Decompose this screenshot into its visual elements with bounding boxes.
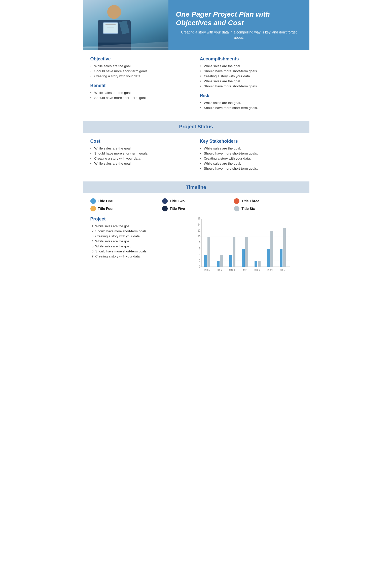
timeline-section: Title One Title Two Title Three Title Fo… [83, 193, 309, 282]
chart-area: 0 2 4 6 8 10 12 14 16 [182, 216, 302, 277]
objective-item-1: While sales are the goal. [90, 64, 192, 68]
cost-item-1: While sales are the goal. [90, 146, 192, 150]
legend-grid: Title One Title Two Title Three Title Fo… [90, 198, 302, 211]
stakeholders-column: Key Stakeholders While sales are the goa… [200, 139, 302, 175]
legend-item-4: Title Four [90, 206, 158, 211]
benefit-list: While sales are the goal. Should have mo… [90, 91, 192, 100]
stake-item-3: Creating a story with your data. [200, 157, 302, 160]
legend-item-6: Title Six [234, 206, 302, 211]
benefit-block: Benefit While sales are the goal. Should… [90, 83, 192, 100]
legend-label-4: Title Four [98, 207, 114, 211]
legend-item-2: Title Two [162, 198, 230, 204]
stake-item-5: Should have more short-term goals. [200, 167, 302, 170]
risk-block: Risk While sales are the goal. Should ha… [200, 93, 302, 110]
header-subtitle: Creating a story with your data in a com… [176, 30, 302, 40]
project-item-2: Should have more short-term goals. [95, 229, 176, 233]
svg-text:4: 4 [199, 253, 200, 256]
cost-item-4: While sales are the goal. [90, 162, 192, 165]
objective-item-3: Creating a story with your data. [90, 74, 192, 78]
cost-column: Cost While sales are the goal. Should ha… [90, 139, 192, 175]
svg-text:2: 2 [199, 259, 200, 262]
acc-item-4: While sales are the goal. [200, 79, 302, 83]
header-image [83, 0, 168, 50]
svg-text:Title 5: Title 5 [254, 269, 260, 271]
bar-7-2 [283, 228, 286, 267]
bar-4-2 [245, 237, 248, 267]
legend-dot-2 [162, 198, 168, 204]
svg-text:14: 14 [197, 223, 200, 226]
project-item-1: While sales are the goal. [95, 224, 176, 228]
project-ordered-list: While sales are the goal. Should have mo… [90, 224, 176, 258]
project-item-6: Should have more short-term goals. [95, 249, 176, 253]
bar-6-2 [270, 231, 273, 267]
legend-label-5: Title Five [170, 207, 185, 211]
legend-label-6: Title Six [241, 207, 255, 211]
legend-label-3: Title Three [241, 199, 259, 203]
risk-item-2: Should have more short-term goals. [200, 106, 302, 110]
legend-label-2: Title Two [170, 199, 185, 203]
bar-3-1 [229, 255, 232, 267]
benefit-title: Benefit [90, 83, 192, 88]
objective-item-2: Should have more short-term goals. [90, 69, 192, 73]
bar-4-1 [242, 249, 245, 267]
svg-text:Title 7: Title 7 [279, 269, 285, 271]
objective-accomplishments-section: Objective While sales are the goal. Shou… [83, 50, 309, 121]
bar-6-1 [267, 249, 270, 267]
chart-container: 0 2 4 6 8 10 12 14 16 [182, 216, 302, 277]
acc-item-2: Should have more short-term goals. [200, 69, 302, 73]
accomplishments-block: Accomplishments While sales are the goal… [200, 56, 302, 88]
objective-list: While sales are the goal. Should have mo… [90, 64, 192, 78]
risk-title: Risk [200, 93, 302, 98]
timeline-bottom: Project While sales are the goal. Should… [90, 216, 302, 277]
benefit-item-1: While sales are the goal. [90, 91, 192, 95]
cost-stakeholders-section: Cost While sales are the goal. Should ha… [83, 133, 309, 181]
legend-dot-5 [162, 206, 168, 211]
objective-title: Objective [90, 56, 192, 62]
svg-text:6: 6 [199, 247, 200, 250]
bar-chart: 0 2 4 6 8 10 12 14 16 [182, 216, 302, 277]
legend-dot-1 [90, 198, 96, 204]
svg-text:Title 1: Title 1 [203, 269, 209, 271]
accomplishments-list: While sales are the goal. Should have mo… [200, 64, 302, 88]
acc-item-3: Creating a story with your data. [200, 74, 302, 78]
svg-text:Title 4: Title 4 [241, 269, 247, 271]
bar-2-2 [220, 255, 223, 267]
bar-7-1 [280, 249, 282, 267]
stakeholders-title: Key Stakeholders [200, 139, 302, 144]
bar-1-1 [204, 255, 207, 267]
legend-label-1: Title One [98, 199, 113, 203]
cost-list: While sales are the goal. Should have mo… [90, 146, 192, 165]
project-title: Project [90, 216, 176, 222]
legend-item-3: Title Three [234, 198, 302, 204]
cost-title: Cost [90, 139, 192, 144]
cost-item-3: Creating a story with your data. [90, 157, 192, 160]
stake-item-2: Should have more short-term goals. [200, 152, 302, 155]
project-item-3: Creating a story with your data. [95, 234, 176, 238]
left-column: Objective While sales are the goal. Shou… [90, 56, 192, 115]
legend-dot-3 [234, 198, 239, 204]
svg-text:Title 2: Title 2 [216, 269, 222, 271]
project-list-section: Project While sales are the goal. Should… [90, 216, 176, 277]
header-title-area: One Pager Project Plan with Objectives a… [168, 0, 309, 50]
cost-item-2: Should have more short-term goals. [90, 152, 192, 155]
stakeholders-list: While sales are the goal. Should have mo… [200, 146, 302, 170]
right-column: Accomplishments While sales are the goal… [200, 56, 302, 115]
legend-dot-4 [90, 206, 96, 211]
objective-block: Objective While sales are the goal. Shou… [90, 56, 192, 78]
svg-text:Title 3: Title 3 [229, 269, 235, 271]
benefit-item-2: Should have more short-term goals. [90, 96, 192, 100]
stakeholders-block: Key Stakeholders While sales are the goa… [200, 139, 302, 170]
project-item-7: Creating a story with your data. [95, 254, 176, 258]
svg-text:Title 6: Title 6 [266, 269, 272, 271]
bar-1-2 [207, 237, 210, 267]
timeline-banner: Timeline [83, 181, 309, 193]
acc-item-1: While sales are the goal. [200, 64, 302, 68]
svg-text:8: 8 [199, 241, 200, 244]
project-status-banner: Project Status [83, 121, 309, 133]
stake-item-1: While sales are the goal. [200, 146, 302, 150]
stake-item-4: While sales are the goal. [200, 162, 302, 165]
bar-5-2 [258, 261, 261, 267]
project-item-5: While sales are the goal. [95, 244, 176, 248]
bar-5-1 [255, 261, 257, 267]
accomplishments-title: Accomplishments [200, 56, 302, 62]
